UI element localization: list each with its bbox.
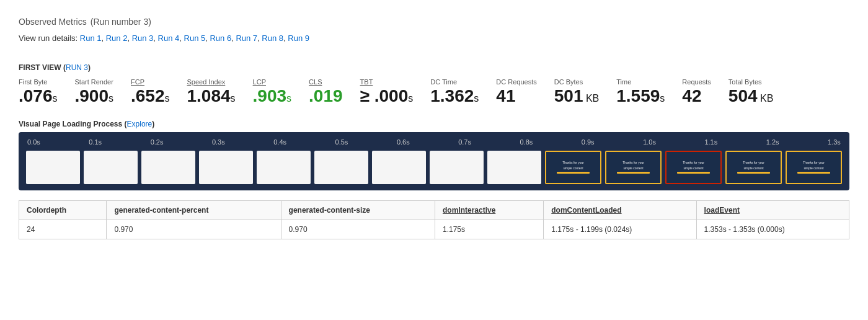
timeline-frame [84, 151, 138, 184]
run-link-7[interactable]: Run 7 [236, 33, 257, 43]
table-header-cell: generated-content-percent [107, 200, 281, 220]
metrics-grid: First Byte.076sStart Render.900sFCP.652s… [19, 78, 849, 109]
metric-label: Requests [682, 78, 711, 86]
table-data-cell: 0.970 [107, 220, 281, 239]
metric-value: 1.084s [187, 87, 236, 106]
metric-label: FCP [131, 78, 170, 86]
first-view-label: FIRST VIEW (RUN 3) [19, 63, 849, 72]
metric-item: Time1.559s [616, 78, 665, 106]
metric-value: .903s [253, 87, 292, 106]
metric-item: DC Time1.362s [430, 78, 479, 106]
table-data-cell: 1.353s - 1.353s (0.000s) [696, 220, 849, 239]
table-data-cell: 1.175s - 1.199s (0.024s) [544, 220, 696, 239]
timeline-tick: 0.7s [458, 138, 471, 146]
explore-link[interactable]: Explore [127, 120, 153, 128]
metric-label: Time [616, 78, 665, 86]
run-link-1[interactable]: Run 1 [80, 33, 102, 43]
timeline-frame [372, 151, 426, 184]
metric-item: Requests42 [682, 78, 711, 106]
run-link-9[interactable]: Run 9 [288, 33, 309, 43]
table-header-cell[interactable]: loadEvent [696, 200, 849, 220]
timeline-frame: Thanks for yoursimple content [786, 151, 842, 184]
timeline-frames: Thanks for yoursimple contentThanks for … [26, 151, 842, 184]
table-header-cell: Colordepth [19, 200, 107, 220]
timeline-frame [141, 151, 195, 184]
timeline-frame: Thanks for yoursimple content [605, 151, 662, 184]
timeline-tick: 0.6s [397, 138, 410, 146]
metric-item: Speed Index1.084s [187, 78, 236, 106]
timeline-tick: 1.3s [828, 138, 841, 146]
timeline-frame [487, 151, 541, 184]
run-links: View run details: Run 1, Run 2, Run 3, R… [19, 33, 849, 43]
metric-value: 1.559s [616, 87, 665, 106]
metric-item: Start Render.900s [75, 78, 114, 106]
run-link-8[interactable]: Run 8 [262, 33, 283, 43]
metric-item: Total Bytes504 KB [728, 78, 774, 106]
metric-value: .019 [309, 87, 343, 106]
metric-value: .900s [75, 87, 114, 106]
page-title: Observed Metrics (Run number 3) [19, 12, 849, 29]
timeline-frame: Thanks for yoursimple content [545, 151, 601, 184]
metric-label: CLS [309, 78, 343, 86]
table-data-cell: 1.175s [435, 220, 543, 239]
metric-value: 42 [682, 87, 711, 106]
timeline-tick: 0.0s [27, 138, 40, 146]
timeline-frame [26, 151, 80, 184]
run-link-4[interactable]: Run 4 [158, 33, 180, 43]
metric-item: DC Requests41 [496, 78, 536, 106]
metric-item: TBT≥ .000s [360, 78, 414, 106]
run-link-3[interactable]: Run 3 [132, 33, 154, 43]
table-header-row: Colordepthgenerated-content-percentgener… [19, 200, 849, 220]
timeline-tick: 0.9s [582, 138, 595, 146]
timeline-frame [314, 151, 368, 184]
table-header-cell[interactable]: domContentLoaded [544, 200, 696, 220]
table-data-cell: 24 [19, 220, 107, 239]
timeline-frame [430, 151, 484, 184]
run-link-6[interactable]: Run 6 [210, 33, 231, 43]
metric-item: FCP.652s [131, 78, 170, 106]
table-data-cell: 0.970 [281, 220, 435, 239]
table-data-row: 240.9700.9701.175s1.175s - 1.199s (0.024… [19, 220, 849, 239]
timeline-container: 0.0s0.1s0.2s0.3s0.4s0.5s0.6s0.7s0.8s0.9s… [19, 132, 849, 190]
metric-item: CLS.019 [309, 78, 343, 106]
metric-label: TBT [360, 78, 414, 86]
metric-label: LCP [253, 78, 292, 86]
metric-label: Total Bytes [728, 78, 774, 86]
metric-item: LCP.903s [253, 78, 292, 106]
timeline-tick: 0.4s [273, 138, 286, 146]
first-view-run-link[interactable]: RUN 3 [66, 63, 88, 72]
metric-label: DC Bytes [554, 78, 600, 86]
timeline-frame: Thanks for yoursimple content [725, 151, 782, 184]
table-header-cell[interactable]: domInteractive [435, 200, 543, 220]
timeline-tick: 0.5s [335, 138, 348, 146]
metric-label: Speed Index [187, 78, 236, 86]
metric-value: 1.362s [430, 87, 479, 106]
metric-value: ≥ .000s [360, 87, 414, 106]
metric-label: DC Requests [496, 78, 536, 86]
timeline-tick: 0.3s [212, 138, 225, 146]
table-header-cell: generated-content-size [281, 200, 435, 220]
run-links-list: Run 1, Run 2, Run 3, Run 4, Run 5, Run 6… [80, 33, 309, 43]
timeline-frame: Thanks for yoursimple content [665, 151, 722, 184]
timeline-tick: 1.0s [643, 138, 656, 146]
metric-value: 41 [496, 87, 536, 106]
run-link-5[interactable]: Run 5 [184, 33, 206, 43]
metric-label: First Byte [19, 78, 58, 86]
timeline-tick: 0.1s [89, 138, 102, 146]
metric-value: .076s [19, 87, 58, 106]
metric-item: DC Bytes501 KB [554, 78, 600, 106]
timeline-frame [257, 151, 311, 184]
timeline-tick: 1.1s [704, 138, 717, 146]
metric-value: 504 KB [728, 87, 774, 106]
timeline-ticks: 0.0s0.1s0.2s0.3s0.4s0.5s0.6s0.7s0.8s0.9s… [26, 138, 842, 146]
timeline-frame [199, 151, 253, 184]
timeline-tick: 0.2s [151, 138, 164, 146]
metric-value: .652s [131, 87, 170, 106]
metric-label: DC Time [430, 78, 479, 86]
metric-item: First Byte.076s [19, 78, 58, 106]
timeline-tick: 1.2s [766, 138, 779, 146]
timeline-tick: 0.8s [520, 138, 533, 146]
run-link-2[interactable]: Run 2 [106, 33, 128, 43]
data-table: Colordepthgenerated-content-percentgener… [19, 200, 849, 239]
metric-value: 501 KB [554, 87, 600, 106]
